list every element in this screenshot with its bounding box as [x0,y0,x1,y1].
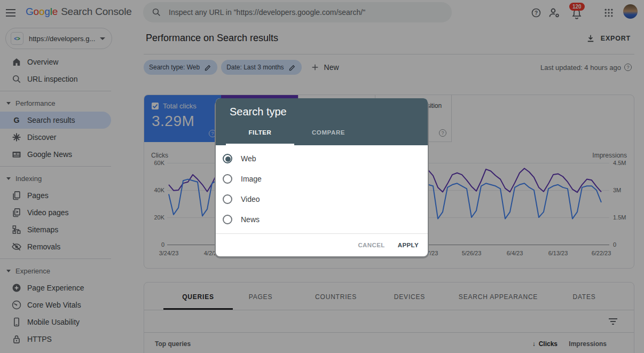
tab-search-appearance[interactable]: SEARCH APPEARANCE [459,293,538,301]
x-axis-label: 6/13/23 [548,250,568,256]
radio-icon[interactable] [223,174,232,184]
magnifier-icon [11,74,22,84]
filter-icon[interactable] [608,317,618,326]
discover-icon [11,132,22,143]
tab-devices[interactable]: DEVICES [394,293,425,301]
apps-button[interactable] [602,6,616,20]
avatar[interactable] [623,4,638,19]
property-icon: <> [11,32,23,45]
search-console-app: GoogleSearch Console ? 120 <> https://de… [0,0,644,353]
dialog-footer: CANCEL APPLY [216,233,428,256]
sidebar: <> https://developers.g... Overview URL … [0,26,132,353]
user-settings-icon [548,6,561,19]
column-impressions[interactable]: Impressions [569,340,607,348]
help-button[interactable]: ? [529,6,543,20]
tab-queries[interactable]: QUERIES [182,293,214,301]
sidebar-item-search-results[interactable]: G Search results [0,112,111,129]
notification-badge: 120 [569,3,585,11]
plus-icon [311,63,319,72]
help-icon: ? [531,7,541,18]
sidebar-section-indexing[interactable]: Indexing [0,170,132,187]
option-web[interactable]: Web [216,148,428,169]
active-tab-indicator [226,144,294,145]
mobile-icon [11,317,22,327]
property-label: https://developers.g... [29,35,100,43]
divider [144,54,634,54]
chevron-down-icon [100,37,105,40]
topbar: GoogleSearch Console ? 120 [0,0,644,26]
export-button[interactable]: EXPORT [586,34,631,43]
google-search-console-logo[interactable]: GoogleSearch Console [26,6,132,18]
manage-users-button[interactable] [547,6,561,20]
table-header: Top queries ↓Clicks Impressions [144,333,634,353]
sidebar-item-page-experience[interactable]: Page Experience [0,279,111,296]
sidebar-item-https[interactable]: HTTPS [0,331,111,348]
sidebar-item-video-pages[interactable]: Video pages [0,204,111,221]
x-axis-label: 6/22/23 [592,250,611,256]
menu-icon[interactable] [5,7,18,19]
url-inspection-searchbox[interactable] [143,2,452,22]
search-input[interactable] [169,8,446,17]
radio-selected-icon[interactable] [223,154,232,163]
edit-icon [288,64,296,72]
dialog-title: Search type [230,106,287,118]
sidebar-item-url-inspection[interactable]: URL inspection [0,70,111,88]
product-name: Search Console [61,6,131,17]
option-image[interactable]: Image [216,169,428,189]
news-icon [11,149,22,160]
edit-icon [204,64,212,72]
dialog-tab-compare[interactable]: COMPARE [312,129,345,136]
date-chip[interactable]: Date: Last 3 months [221,60,301,75]
column-top-queries[interactable]: Top queries [155,340,191,348]
divider [0,166,111,167]
sidebar-item-overview[interactable]: Overview [0,53,111,70]
dimension-tabs: QUERIES PAGES COUNTRIES DEVICES SEARCH A… [144,283,634,310]
lock-icon [11,334,22,344]
pages-icon [11,190,22,201]
dimensions-card: QUERIES PAGES COUNTRIES DEVICES SEARCH A… [144,282,634,353]
divider [0,91,111,91]
last-updated: Last updated: 4 hours ago ? [540,60,632,75]
sidebar-item-mobile-usability[interactable]: Mobile Usability [0,313,111,331]
collapse-icon [6,102,11,105]
sidebar-item-core-web-vitals[interactable]: Core Web Vitals [0,296,111,313]
collapse-icon [6,270,11,272]
apps-grid-icon [603,7,614,18]
help-circle-icon[interactable]: ? [624,64,632,71]
tab-pages[interactable]: PAGES [249,293,272,301]
sidebar-item-pages[interactable]: Pages [0,187,111,204]
svg-text:G: G [13,116,19,124]
tab-dates[interactable]: DATES [572,293,595,301]
tab-countries[interactable]: COUNTRIES [315,293,357,301]
dialog-tab-filter[interactable]: FILTER [249,129,272,136]
download-icon [586,34,595,43]
sort-desc-icon: ↓ [532,340,536,348]
sidebar-item-sitemaps[interactable]: Sitemaps [0,221,111,238]
sitemaps-icon [11,224,22,235]
sidebar-item-discover[interactable]: Discover [0,129,111,146]
search-type-dialog: Search type FILTER COMPARE Web Image Vid… [216,98,428,256]
radio-icon[interactable] [223,215,232,224]
search-type-chip[interactable]: Search type: Web [144,60,217,75]
x-axis-label: 5/26/23 [462,250,482,256]
sidebar-section-experience[interactable]: Experience [0,262,132,279]
cancel-button[interactable]: CANCEL [358,242,384,248]
new-filter-button[interactable]: New [311,63,339,72]
home-icon [11,57,22,67]
x-axis-label: 3/24/23 [159,250,179,256]
page-title: Performance on Search results [146,33,278,44]
active-tab-indicator [163,308,233,310]
sidebar-item-google-news[interactable]: Google News [0,146,111,163]
radio-icon[interactable] [223,194,232,204]
apply-button[interactable]: APPLY [398,242,419,248]
collapse-icon [6,177,11,180]
svg-text:?: ? [535,10,538,16]
dialog-header: Search type FILTER COMPARE [216,98,428,145]
option-news[interactable]: News [216,209,428,230]
sidebar-section-performance[interactable]: Performance [0,95,132,112]
property-selector[interactable]: <> https://developers.g... [5,28,112,49]
sidebar-item-removals[interactable]: Removals [0,238,111,255]
column-clicks[interactable]: ↓Clicks [532,340,557,348]
table-filter-row [144,310,634,333]
option-video[interactable]: Video [216,189,428,209]
